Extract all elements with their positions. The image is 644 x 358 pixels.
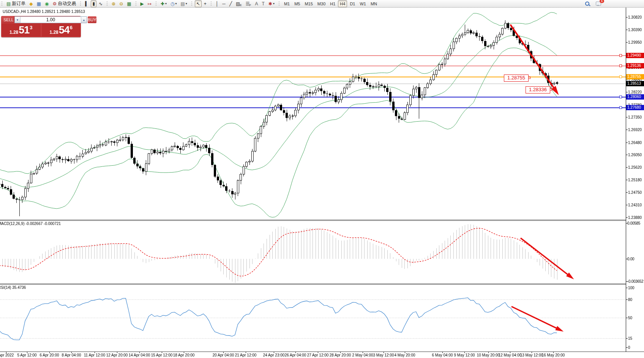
channel-icon-sub: E [240,3,242,7]
line-chart-button[interactable]: ∿ [97,0,104,7]
crosshair-button[interactable]: + [202,0,208,7]
main-toolbar: ▤新订单◆▦◉⚙自动交易▍▮∿⊕⊖▦▶↦✚▾◷▾▤▾↖+│─╱▨E☰FAT✱▾M… [0,0,644,8]
fibonacci-icon-sub: F [249,3,251,7]
arrow-objects-button[interactable]: ✱▾ [267,0,276,7]
timeframe-mn-button[interactable]: MN [369,0,379,7]
buy-price-prefix: 1.28 [49,30,58,35]
timeframe-m30-button[interactable]: M30 [316,0,327,7]
one-click-trading-panel: SELL ▼ ▲ BUY 1.28513 1.28546 [1,16,81,37]
auto-scroll-icon: ▶ [140,1,144,6]
indicators-button[interactable]: ✚▾ [159,0,168,7]
cursor-icon: ↖ [196,1,200,6]
vertical-line-icon: │ [216,1,219,6]
toolbar-grip [2,2,3,6]
new-order-button-label: 新订单 [12,0,25,7]
auto-scroll-button[interactable]: ▶ [139,0,145,7]
trendline-icon: ╱ [229,1,232,6]
templates-icon: ▤ [180,1,185,6]
trade-group: ▤新订单◆▦◉⚙自动交易 [0,0,79,7]
toolbar-grip [211,2,212,6]
search-icon [585,2,589,6]
panel-separator[interactable] [0,220,626,220]
autotrading-button-label: 自动交易 [58,0,76,7]
zoom-out-button[interactable]: ⊖ [118,0,125,7]
volume-increase-button[interactable]: ▲ [81,17,87,23]
timeframe-h1-button[interactable]: H1 [328,0,337,7]
chart-canvas[interactable] [0,0,644,358]
crosshair-icon: + [204,1,207,6]
time-axis-frame [0,352,644,352]
market-watch-icon: ▦ [37,1,41,6]
equidistant-channel-button[interactable]: ▨E [234,0,243,7]
sell-button[interactable]: SELL [2,16,14,23]
periods-icon: ◷ [170,1,174,6]
panel-separator[interactable] [0,284,626,284]
trendline-button[interactable]: ╱ [228,0,234,7]
text-label-icon: T [262,1,264,6]
chart-shift-icon: ↦ [148,1,152,6]
text-icon: A [255,1,258,6]
toolbar-grip [191,2,193,6]
chevron-down-icon: ▾ [165,2,167,5]
zoom-out-icon: ⊖ [119,1,123,6]
signals-icon: ◉ [45,1,49,6]
sell-price-display[interactable]: 1.28513 [2,24,41,36]
buy-price-display[interactable]: 1.28546 [42,24,81,36]
timeframes-group: M1M5M15M30H1H4D1W1MN [277,0,380,7]
volume-decrease-button[interactable]: ▼ [15,17,21,23]
chart-shift-button[interactable]: ↦ [146,0,153,7]
signals-button[interactable]: ◉ [43,0,50,7]
fibonacci-button[interactable]: ☰F [244,0,253,7]
toolbar-right: 1 [583,0,603,7]
timeframe-w1-button[interactable]: W1 [358,0,368,7]
price-axis-border [626,8,626,352]
notification-badge: 1 [600,0,604,3]
text-label-button[interactable]: T [260,0,266,7]
toolbar-groups: ▤新订单◆▦◉⚙自动交易▍▮∿⊕⊖▦▶↦✚▾◷▾▤▾↖+│─╱▨E☰FAT✱▾M… [0,0,380,7]
toolbar-grip [80,2,82,6]
market-watch-button[interactable]: ▦ [35,0,43,7]
chevron-down-icon: ▾ [186,2,187,5]
sell-price-big: 51 [19,25,29,35]
horizontal-line-icon: ─ [222,1,226,6]
scroll-group: ▶↦ [134,0,154,7]
buy-button[interactable]: BUY [88,16,96,23]
chevron-down-icon: ▾ [175,2,177,5]
toolbar-grip [136,2,137,6]
bar-chart-icon: ▍ [85,1,88,6]
notifications-button[interactable]: 1 [594,0,603,7]
autotrading-icon: ⚙ [52,1,57,6]
metaeditor-icon: ◆ [29,1,33,6]
chart-type-group: ▍▮∿ [79,0,105,7]
zoom-in-button[interactable]: ⊕ [110,0,117,7]
price-annotation-box[interactable]: 1.28755 [504,74,529,82]
timeframe-m1-button[interactable]: M1 [282,0,292,7]
periods-button[interactable]: ◷▾ [169,0,178,7]
autotrading-button[interactable]: ⚙自动交易 [51,0,77,7]
search-button[interactable] [584,0,591,7]
zoom-group: ⊕⊖▦ [105,0,134,7]
cursor-group: ↖+ [190,0,209,7]
text-button[interactable]: A [253,0,259,7]
timeframe-d1-button[interactable]: D1 [348,0,357,7]
horizontal-line-button[interactable]: ─ [221,0,227,7]
timeframe-m5-button[interactable]: M5 [292,0,302,7]
new-order-icon: ▤ [6,1,11,6]
bar-chart-button[interactable]: ▍ [84,0,90,7]
templates-button[interactable]: ▤▾ [179,0,188,7]
metaeditor-button[interactable]: ◆ [28,0,34,7]
volume-input[interactable] [21,17,81,23]
sell-price-pip: 3 [30,25,32,30]
vertical-line-button[interactable]: │ [214,0,220,7]
cursor-button[interactable]: ↖ [195,0,202,7]
indicators-icon: ✚ [161,1,164,6]
buy-price-pip: 6 [70,25,73,30]
panel-separator [0,284,626,285]
objects-group: │─╱▨E☰FAT✱▾ [209,0,277,7]
timeframe-m15-button[interactable]: M15 [303,0,314,7]
tile-windows-button[interactable]: ▦ [125,0,133,7]
new-order-button[interactable]: ▤新订单 [5,0,27,7]
timeframe-h4-button[interactable]: H4 [338,0,347,7]
price-annotation-box[interactable]: 1.28336 [526,86,550,93]
candlestick-button[interactable]: ▮ [91,0,96,7]
